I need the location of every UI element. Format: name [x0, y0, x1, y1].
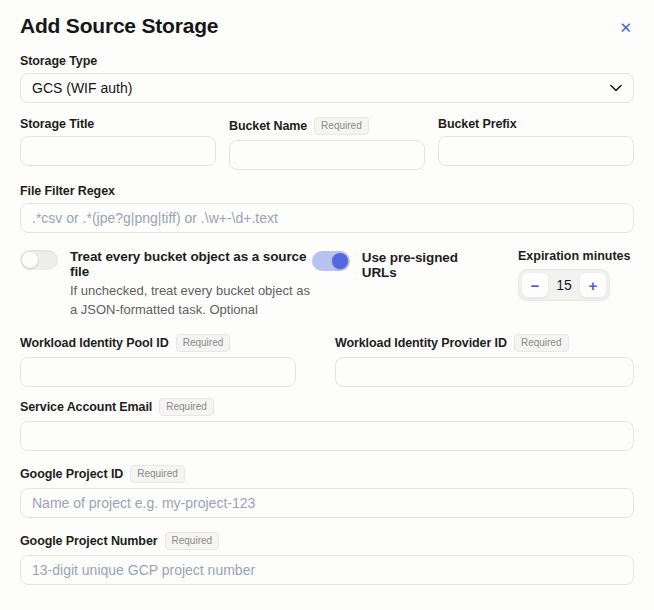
required-badge: Required — [314, 117, 369, 135]
decrease-button[interactable]: − — [521, 272, 549, 298]
required-badge: Required — [165, 532, 220, 550]
treat-toggle-label: Treat every bucket object as a source fi… — [70, 249, 312, 279]
toggles-row: Treat every bucket object as a source fi… — [20, 249, 634, 320]
treat-toggle-helper: If unchecked, treat every bucket object … — [70, 282, 312, 320]
bucket-prefix-label: Bucket Prefix — [438, 117, 517, 131]
storage-type-select[interactable]: GCS (WIF auth) — [20, 73, 634, 103]
project-number-group: Google Project Number Required — [20, 532, 634, 585]
file-filter-input[interactable] — [20, 203, 634, 233]
expiration-block: Expiration minutes − 15 + — [518, 249, 634, 301]
expiration-label: Expiration minutes — [518, 249, 634, 263]
required-badge: Required — [130, 465, 185, 483]
bucket-name-label: Bucket Name — [229, 119, 307, 133]
required-badge: Required — [514, 334, 569, 352]
presigned-toggle-label: Use pre-signed URLs — [362, 250, 486, 280]
project-number-input[interactable] — [20, 555, 634, 585]
project-id-label: Google Project ID — [20, 467, 123, 481]
required-badge: Required — [159, 398, 214, 416]
close-icon[interactable]: ✕ — [619, 14, 634, 35]
project-id-input[interactable] — [20, 488, 634, 518]
increase-button[interactable]: + — [579, 272, 607, 298]
file-filter-group: File Filter Regex — [20, 184, 634, 233]
bucket-prefix-group: Bucket Prefix — [438, 117, 634, 170]
wif-pool-group: Workload Identity Pool ID Required — [20, 334, 296, 387]
wif-pool-input[interactable] — [20, 357, 296, 387]
storage-type-group: Storage Type GCS (WIF auth) — [20, 54, 634, 103]
treat-toggle-block: Treat every bucket object as a source fi… — [20, 249, 312, 320]
bucket-name-input[interactable] — [229, 140, 425, 170]
service-account-group: Service Account Email Required — [20, 398, 634, 451]
service-account-label: Service Account Email — [20, 400, 152, 414]
wif-pool-label: Workload Identity Pool ID — [20, 336, 169, 350]
bucket-fields-row: Storage Title Bucket Name Required Bucke… — [20, 117, 634, 170]
service-account-input[interactable] — [20, 421, 634, 451]
file-filter-label: File Filter Regex — [20, 184, 115, 198]
modal-title: Add Source Storage — [20, 14, 218, 38]
bucket-name-group: Bucket Name Required — [229, 117, 425, 170]
storage-type-label: Storage Type — [20, 54, 97, 68]
project-number-label: Google Project Number — [20, 534, 158, 548]
expiration-value: 15 — [549, 277, 579, 293]
expiration-stepper: − 15 + — [518, 269, 610, 301]
storage-type-value: GCS (WIF auth) — [32, 80, 132, 96]
chevron-down-icon — [610, 84, 622, 92]
required-badge: Required — [176, 334, 231, 352]
storage-title-input[interactable] — [20, 136, 216, 166]
workload-identity-row: Workload Identity Pool ID Required Workl… — [20, 334, 634, 387]
wif-provider-group: Workload Identity Provider ID Required — [335, 334, 634, 387]
presigned-toggle-block: Use pre-signed URLs — [312, 250, 486, 280]
wif-provider-input[interactable] — [335, 357, 634, 387]
storage-title-label: Storage Title — [20, 117, 94, 131]
treat-toggle-switch[interactable] — [20, 250, 58, 270]
modal-header: Add Source Storage ✕ — [20, 14, 634, 38]
storage-title-group: Storage Title — [20, 117, 216, 170]
wif-provider-label: Workload Identity Provider ID — [335, 336, 507, 350]
bucket-prefix-input[interactable] — [438, 136, 634, 166]
presigned-toggle-switch[interactable] — [312, 251, 350, 271]
project-id-group: Google Project ID Required — [20, 465, 634, 518]
